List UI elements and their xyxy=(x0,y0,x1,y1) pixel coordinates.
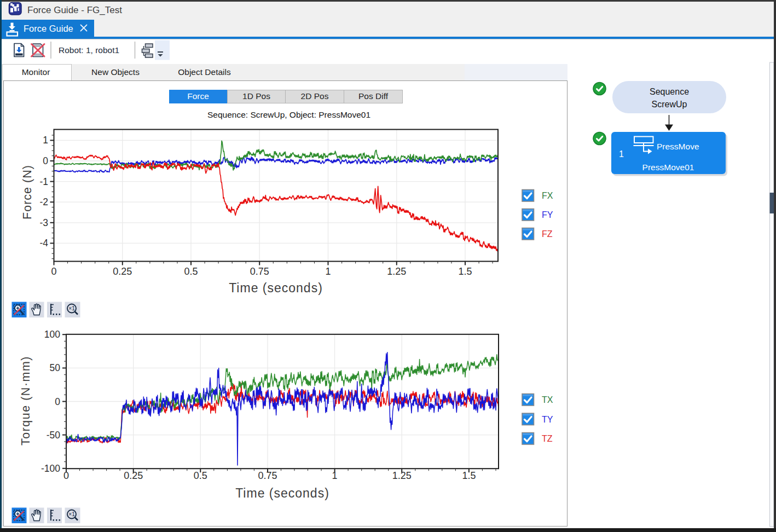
svg-text:PressMove01: PressMove01 xyxy=(642,163,694,172)
svg-text:ScrewUp: ScrewUp xyxy=(652,100,687,109)
svg-text:0.75: 0.75 xyxy=(258,470,277,481)
svg-text:FZ: FZ xyxy=(542,229,553,239)
svg-text:FY: FY xyxy=(542,210,553,219)
svg-text:-100: -100 xyxy=(41,463,60,474)
svg-text:×1: ×1 xyxy=(68,305,75,311)
svg-text:Sequence: Sequence xyxy=(650,87,689,96)
svg-text:0: 0 xyxy=(55,396,60,407)
svg-text:1: 1 xyxy=(325,266,331,277)
svg-text:50: 50 xyxy=(50,362,61,373)
svg-text:1.25: 1.25 xyxy=(392,470,412,481)
svg-text:FX: FX xyxy=(542,191,553,200)
svg-text:0.75: 0.75 xyxy=(250,266,269,277)
svg-text:0: 0 xyxy=(63,470,69,481)
svg-text:Force (N): Force (N) xyxy=(21,165,34,219)
svg-text:1: 1 xyxy=(332,470,338,481)
svg-text:1: 1 xyxy=(619,149,624,159)
svg-text:Time (seconds): Time (seconds) xyxy=(235,486,329,500)
svg-text:0.5: 0.5 xyxy=(184,266,198,277)
svg-text:-4: -4 xyxy=(39,238,48,248)
svg-text:TZ: TZ xyxy=(542,434,553,443)
svg-text:-2: -2 xyxy=(39,196,48,207)
svg-text:PressMove: PressMove xyxy=(657,142,699,151)
svg-text:0: 0 xyxy=(43,155,48,166)
svg-text:Time (seconds): Time (seconds) xyxy=(229,281,323,295)
svg-text:-50: -50 xyxy=(47,430,61,441)
svg-text:0: 0 xyxy=(51,266,56,277)
svg-text:1: 1 xyxy=(43,135,48,146)
svg-text:0.25: 0.25 xyxy=(113,266,132,277)
svg-text:1.5: 1.5 xyxy=(458,266,472,277)
svg-text:Torque (N·mm): Torque (N·mm) xyxy=(19,356,32,446)
svg-text:TY: TY xyxy=(542,415,553,424)
svg-text:×1: ×1 xyxy=(68,511,75,517)
svg-text:TX: TX xyxy=(542,395,553,404)
svg-text:1.25: 1.25 xyxy=(387,266,406,277)
svg-text:100: 100 xyxy=(44,329,60,340)
svg-text:-3: -3 xyxy=(39,217,48,228)
svg-text:-1: -1 xyxy=(39,176,48,187)
svg-text:0.5: 0.5 xyxy=(194,470,207,481)
svg-text:1.5: 1.5 xyxy=(462,470,476,481)
svg-text:0.25: 0.25 xyxy=(124,470,143,481)
